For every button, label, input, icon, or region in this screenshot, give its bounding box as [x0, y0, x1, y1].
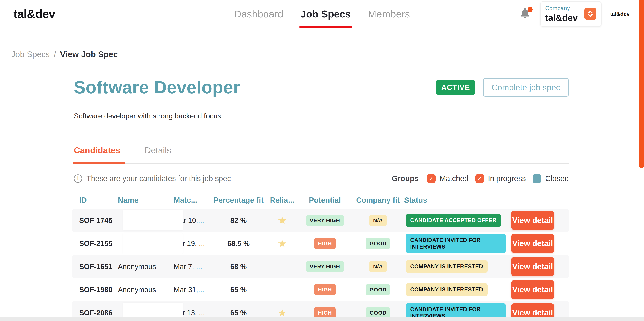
potential-pill: HIGH: [314, 284, 336, 295]
match-date: Mar 7, ...: [174, 263, 210, 271]
main-nav: Dashboard Job Specs Members: [234, 0, 410, 28]
matched-label: Matched: [440, 174, 468, 183]
reliability-cell: [278, 284, 287, 295]
action-cell: View detail: [506, 257, 569, 276]
breadcrumb-current: View Job Spec: [60, 49, 118, 59]
candidate-id: SOF-1980: [79, 286, 118, 294]
potential-pill: HIGH: [314, 238, 336, 249]
active-tab-underline: [73, 162, 125, 164]
status-cell: COMPANY IS INTERESTED: [404, 260, 506, 273]
status-badge: COMPANY IS INTERESTED: [406, 260, 488, 273]
breadcrumb: Job Specs / View Job Spec: [11, 49, 644, 59]
title-actions: ACTIVE Complete job spec: [436, 78, 569, 97]
percentage-fit: 65 %: [230, 286, 246, 294]
percentage-fit: 68.5 %: [227, 239, 250, 248]
tab-candidates[interactable]: Candidates: [74, 145, 120, 155]
in-progress-checkbox[interactable]: [475, 174, 484, 183]
percentage-fit: 65 %: [230, 309, 246, 317]
table-row: SOF-2155 Apr 19, ... 68.5 % HIGH GOOD CA…: [72, 232, 569, 255]
bell-icon: [520, 17, 530, 20]
table-row: SOF-1651 Anonymous Mar 7, ... 68 % VERY …: [72, 255, 569, 278]
col-name: Name: [118, 196, 174, 205]
company-fit-pill: N/A: [369, 261, 386, 272]
potential-pill: HIGH: [314, 307, 336, 318]
groups-label: Groups: [392, 174, 419, 183]
info-icon: [74, 174, 82, 183]
star-icon: [278, 214, 287, 226]
company-fit-pill: GOOD: [366, 238, 390, 249]
status-badge: COMPANY IS INTERESTED: [406, 283, 488, 296]
col-percentage-fit: Percentage fit: [214, 196, 264, 205]
table-row: SOF-1745 Mar 10,... 82 % VERY HIGH N/A C…: [72, 209, 569, 232]
potential-cell: VERY HIGH: [306, 261, 344, 272]
app-logo[interactable]: tal&dev: [14, 7, 55, 21]
action-cell: View detail: [506, 211, 569, 230]
job-spec-page: Software Developer ACTIVE Complete job s…: [74, 77, 569, 321]
view-detail-button[interactable]: View detail: [511, 257, 554, 276]
col-match: Matc...: [174, 196, 210, 205]
tab-details[interactable]: Details: [145, 145, 171, 155]
company-fit-cell: N/A: [369, 215, 386, 226]
closed-label: Closed: [545, 174, 569, 183]
candidate-id: SOF-2086: [79, 309, 118, 317]
potential-cell: VERY HIGH: [306, 215, 344, 226]
closed-checkbox[interactable]: [532, 174, 541, 183]
complete-job-spec-button[interactable]: Complete job spec: [483, 78, 569, 97]
candidate-id: SOF-1745: [79, 216, 118, 225]
potential-cell: HIGH: [314, 284, 336, 295]
bottom-scroll-track: [0, 317, 644, 321]
table-body: SOF-1745 Mar 10,... 82 % VERY HIGH N/A C…: [72, 209, 569, 321]
action-cell: View detail: [506, 280, 569, 299]
potential-pill: VERY HIGH: [306, 215, 344, 226]
status-badge: ACTIVE: [436, 80, 475, 95]
view-detail-button[interactable]: View detail: [511, 211, 554, 230]
filter-closed: Closed: [532, 174, 569, 183]
page-title: Software Developer: [74, 77, 240, 98]
in-progress-label: In progress: [488, 174, 526, 183]
reliability-cell: [278, 215, 287, 226]
nav-members[interactable]: Members: [368, 0, 410, 28]
groups-filter: Groups Matched In progress Closed: [392, 174, 569, 183]
company-fit-pill: GOOD: [366, 284, 390, 295]
view-detail-button[interactable]: View detail: [511, 280, 554, 299]
status-badge: CANDIDATE INVITED FOR INTERVIEWS: [406, 234, 506, 253]
filter-in-progress: In progress: [475, 174, 526, 183]
potential-cell: HIGH: [314, 307, 336, 318]
filter-matched: Matched: [427, 174, 468, 183]
reliability-cell: [278, 238, 287, 249]
nav-dashboard[interactable]: Dashboard: [234, 0, 283, 28]
potential-cell: HIGH: [314, 238, 336, 249]
candidate-id: SOF-1651: [79, 263, 118, 271]
view-detail-button[interactable]: View detail: [511, 234, 554, 253]
candidate-name: Anonymous: [118, 255, 174, 278]
status-badge: CANDIDATE ACCEPTED OFFER: [406, 214, 501, 227]
vertical-scrollbar-thumb[interactable]: [638, 0, 644, 168]
breadcrumb-job-specs[interactable]: Job Specs: [11, 49, 50, 59]
status-cell: COMPANY IS INTERESTED: [404, 283, 506, 296]
top-right-cluster: Company tal&dev tal&dev: [520, 0, 630, 28]
candidate-name: Anonymous: [118, 278, 174, 301]
company-switcher-button[interactable]: [584, 8, 596, 20]
candidates-table: ID Name Matc... Percentage fit Relia... …: [72, 192, 569, 321]
notifications-button[interactable]: [520, 8, 532, 20]
reliability-cell: [278, 261, 287, 272]
matched-checkbox[interactable]: [427, 174, 436, 183]
top-nav-bar: tal&dev Dashboard Job Specs Members Comp…: [0, 0, 644, 28]
user-avatar[interactable]: tal&dev: [610, 11, 630, 17]
company-fit-pill: GOOD: [366, 307, 390, 318]
tab-divider: [74, 163, 569, 164]
status-cell: CANDIDATE INVITED FOR INTERVIEWS: [404, 234, 506, 253]
status-cell: CANDIDATE ACCEPTED OFFER: [404, 214, 506, 227]
match-date: Mar 31,...: [174, 286, 210, 294]
company-fit-cell: GOOD: [366, 238, 390, 249]
company-selector[interactable]: Company tal&dev: [540, 1, 602, 27]
table-header-row: ID Name Matc... Percentage fit Relia... …: [72, 192, 569, 209]
star-icon: [278, 238, 287, 249]
table-row: SOF-1980 Anonymous Mar 31,... 65 % HIGH …: [72, 278, 569, 301]
nav-job-specs[interactable]: Job Specs: [300, 0, 351, 28]
company-selector-value: tal&dev: [545, 13, 578, 23]
company-fit-cell: N/A: [369, 261, 386, 272]
notification-dot: [528, 7, 532, 12]
candidate-name: [118, 232, 174, 255]
star-icon: [278, 307, 287, 318]
